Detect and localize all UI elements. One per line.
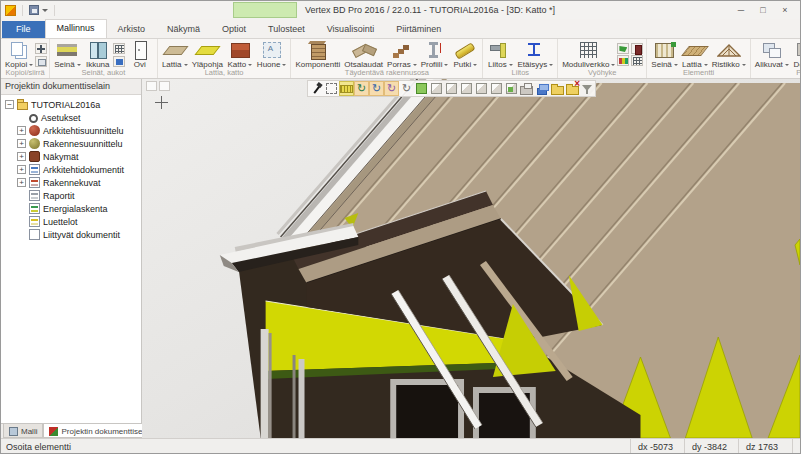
komponentti-button[interactable]: Komponentti (293, 40, 342, 69)
ribbon-group-floor-roof: Lattia Yläpohja Katto Huone Lattia, katt… (158, 39, 292, 78)
dropdown-caret-icon (742, 64, 746, 68)
view-cube-icon[interactable] (459, 81, 474, 96)
print-icon[interactable] (519, 81, 534, 96)
layers-icon[interactable] (534, 81, 549, 96)
etaisyys-button[interactable]: Etäisyys (515, 40, 555, 69)
tree-item-arkkitehtisuunnittelu[interactable]: + Arkkitehtisuunnittelu (1, 124, 141, 137)
tab-optiot[interactable]: Optiot (211, 21, 257, 38)
alikuvat-button[interactable]: Alikuvat (753, 40, 791, 69)
move-button[interactable] (35, 43, 47, 54)
viewport-mini-icon[interactable] (146, 81, 157, 91)
measure-icon[interactable] (339, 81, 354, 96)
rotate-view-icon[interactable] (369, 81, 384, 96)
elementti-lattia-button[interactable]: Lattia (680, 40, 710, 69)
rotate-axis-icon[interactable] (384, 81, 399, 96)
tree-item-arkkitehtidokumentit[interactable]: + Arkkitehtidokumentit (1, 163, 141, 176)
opening-grid-button[interactable] (113, 43, 125, 54)
tab-tulosteet[interactable]: Tulosteet (257, 21, 316, 38)
copy-option-button[interactable] (35, 56, 47, 67)
zone-red-button[interactable] (631, 43, 643, 54)
tree-item-asetukset[interactable]: Asetukset (1, 111, 141, 124)
tree-item-luettelot[interactable]: Luettelot (1, 215, 141, 228)
liitos-button[interactable]: Liitos (485, 40, 515, 69)
tree-item-rakennesuunnittelu[interactable]: + Rakennesuunnittelu (1, 137, 141, 150)
zone-grid-button[interactable] (631, 55, 643, 66)
folder-delete-icon[interactable]: × (564, 81, 579, 96)
profiili-button[interactable]: Profiili (419, 40, 451, 69)
group-label: Seinät, aukot (52, 69, 154, 79)
expand-icon[interactable]: + (17, 178, 26, 187)
dropdown-caret-icon (473, 64, 477, 68)
katto-button[interactable]: Katto (225, 40, 255, 69)
lattia-button[interactable]: Lattia (160, 40, 190, 69)
tab-visualisointi[interactable]: Visualisointi (316, 21, 385, 38)
tree-item-rakennekuvat[interactable]: + Rakennekuvat (1, 176, 141, 189)
tree-item-raportit[interactable]: Raportit (1, 189, 141, 202)
expand-icon[interactable]: + (17, 152, 26, 161)
list-icon (29, 216, 40, 227)
view-cube-icon[interactable] (429, 81, 444, 96)
main-area: Projektin dokumenttiselain − TUTORIAL201… (1, 79, 800, 438)
tree-item-liittyvat-dokumentit[interactable]: Liittyvät dokumentit (1, 228, 141, 241)
pin-icon[interactable] (309, 81, 324, 96)
sidebar-tab-bar: Malli Projektin dokumenttiselain (1, 423, 141, 438)
tree-item-root[interactable]: − TUTORIAL2016a (1, 98, 141, 111)
shaded-cube-icon[interactable] (414, 81, 429, 96)
tab-file[interactable]: File (2, 21, 45, 38)
close-button[interactable]: × (774, 2, 796, 18)
zone-palette-button[interactable] (617, 55, 629, 66)
view-cube-icon[interactable] (489, 81, 504, 96)
tree-item-energialaskenta[interactable]: Energialaskenta (1, 202, 141, 215)
select-area-icon[interactable] (324, 81, 339, 96)
top-floor-icon (194, 40, 220, 60)
tab-arkisto[interactable]: Arkisto (107, 21, 157, 38)
maximize-button[interactable]: □ (752, 2, 774, 18)
dropdown-caret-icon (704, 64, 708, 68)
collapse-icon[interactable]: − (5, 100, 14, 109)
group-label: Liitos (485, 69, 555, 79)
folder-open-icon[interactable] (549, 81, 564, 96)
tree-item-label: Asetukset (41, 113, 81, 123)
opening-fill-button[interactable] (113, 56, 125, 67)
folder-open-icon (17, 102, 28, 110)
ikkuna-button[interactable]: Ikkuna (83, 40, 113, 69)
tab-mallinnus[interactable]: Mallinnus (45, 19, 107, 38)
rotate-free-icon[interactable] (399, 81, 414, 96)
huone-button[interactable]: Huone (255, 40, 289, 69)
documents-icon (29, 164, 40, 175)
tree-item-label: Energialaskenta (43, 204, 108, 214)
gear-icon (29, 114, 38, 123)
ovi-button[interactable]: Ovi (125, 40, 155, 69)
expand-icon[interactable]: + (17, 126, 26, 135)
expand-icon[interactable]: + (17, 165, 26, 174)
quick-access-caret-icon[interactable] (42, 9, 48, 15)
detaljit-button[interactable]: Detaljit (791, 40, 800, 69)
ristikko-button[interactable]: Ristikko (710, 40, 748, 69)
3d-viewport[interactable]: × (142, 79, 800, 438)
porras-button[interactable]: Porras (385, 40, 419, 69)
rotate-model-icon[interactable] (354, 81, 369, 96)
seina-button[interactable]: Seinä (52, 40, 82, 69)
ylapohja-button[interactable]: Yläpohja (190, 40, 225, 69)
view-cube-face-icon[interactable] (504, 81, 519, 96)
view-cube-icon[interactable] (444, 81, 459, 96)
minimize-button[interactable]: ─ (730, 2, 752, 18)
tab-piirtaminen[interactable]: Piirtäminen (385, 21, 452, 38)
putki-button[interactable]: Putki (450, 40, 480, 69)
room-icon (259, 40, 285, 60)
tab-malli[interactable]: Malli (3, 424, 43, 438)
viewport-mini-icon[interactable] (159, 81, 170, 91)
filter-icon[interactable] (579, 81, 594, 96)
zone-green-button[interactable] (617, 43, 629, 54)
save-icon[interactable] (29, 5, 39, 15)
elementti-seina-button[interactable]: Seinä (649, 40, 679, 69)
project-browser-icon (49, 427, 58, 436)
dropdown-caret-icon (444, 64, 448, 68)
expand-icon[interactable]: + (17, 139, 26, 148)
tree-item-nakymat[interactable]: + Näkymät (1, 150, 141, 163)
tab-nakyma[interactable]: Näkymä (156, 21, 211, 38)
moduliverkko-button[interactable]: Moduliverkko (560, 40, 617, 69)
kopioi-button[interactable]: Kopioi (3, 40, 35, 69)
otsalaudat-button[interactable]: Otsalaudat (342, 40, 385, 69)
view-cube-icon[interactable] (474, 81, 489, 96)
